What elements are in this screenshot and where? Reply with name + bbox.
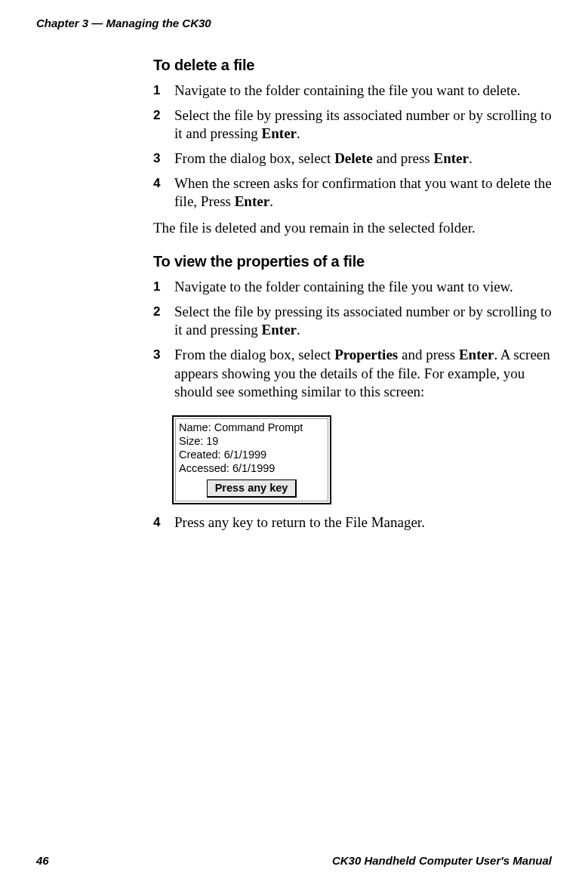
page-footer: 46 CK30 Handheld Computer User's Manual (36, 854, 552, 867)
steps-view-properties: 1 Navigate to the folder containing the … (153, 278, 552, 402)
step-text: Press any key to return to the File Mana… (174, 514, 425, 530)
step-text: and press (373, 150, 434, 166)
step-number: 4 (153, 175, 168, 192)
step-text: Select the file by pressing its associat… (174, 107, 552, 142)
page-header: Chapter 3 — Managing the CK30 (36, 17, 552, 29)
step: 3 From the dialog box, select Properties… (153, 346, 552, 402)
step-text: . (269, 193, 273, 209)
step-text: Navigate to the folder containing the fi… (174, 82, 521, 98)
bold-text: Enter (262, 125, 297, 141)
step-text: Navigate to the folder containing the fi… (174, 279, 513, 294)
bold-text: Enter (262, 322, 297, 338)
page-number: 46 (36, 854, 49, 867)
step: 2 Select the file by pressing its associ… (153, 303, 552, 340)
step: 1 Navigate to the folder containing the … (153, 278, 552, 297)
step-number: 2 (153, 107, 168, 124)
prop-name: Name: Command Prompt (179, 421, 325, 434)
heading-view-properties: To view the properties of a file (153, 253, 552, 270)
button-row: Press any key (179, 480, 325, 497)
step: 1 Navigate to the folder containing the … (153, 82, 552, 100)
bold-text: Properties (334, 347, 398, 362)
step-text: . (297, 125, 300, 141)
step: 3 From the dialog box, select Delete and… (153, 150, 552, 168)
page: Chapter 3 — Managing the CK30 To delete … (0, 0, 588, 885)
bold-text: Enter (235, 193, 269, 209)
bold-text: Delete (334, 150, 373, 166)
step-number: 3 (153, 347, 168, 363)
prop-size: Size: 19 (179, 434, 325, 448)
steps-delete-file: 1 Navigate to the folder containing the … (153, 82, 552, 211)
step-number: 3 (153, 150, 168, 167)
step: 4 When the screen asks for confirmation … (153, 174, 552, 211)
step-text: When the screen asks for confirmation th… (174, 175, 552, 210)
content-area: To delete a file 1 Navigate to the folde… (153, 57, 552, 532)
steps-view-properties-continued: 4 Press any key to return to the File Ma… (153, 513, 552, 532)
heading-delete-file: To delete a file (153, 57, 552, 74)
bold-text: Enter (459, 347, 494, 362)
screenshot-window: Name: Command Prompt Size: 19 Created: 6… (175, 418, 328, 501)
paragraph: The file is deleted and you remain in th… (153, 219, 552, 238)
step-number: 4 (153, 514, 168, 531)
step-text: From the dialog box, select (174, 347, 334, 362)
press-any-key-button[interactable]: Press any key (207, 480, 297, 497)
step-text: . (469, 150, 473, 166)
step-text: and press (398, 347, 459, 362)
step-number: 2 (153, 304, 168, 320)
step-number: 1 (153, 82, 168, 99)
prop-created: Created: 6/1/1999 (179, 448, 325, 461)
step-text: From the dialog box, select (174, 150, 334, 166)
step-text: . (297, 322, 300, 338)
step-text: Select the file by pressing its associat… (174, 304, 552, 338)
bold-text: Enter (434, 150, 469, 166)
step-number: 1 (153, 279, 168, 295)
step: 4 Press any key to return to the File Ma… (153, 513, 552, 532)
step: 2 Select the file by pressing its associ… (153, 106, 552, 143)
properties-screenshot: Name: Command Prompt Size: 19 Created: 6… (172, 415, 331, 504)
manual-title: CK30 Handheld Computer User's Manual (332, 854, 552, 867)
prop-accessed: Accessed: 6/1/1999 (179, 461, 325, 475)
